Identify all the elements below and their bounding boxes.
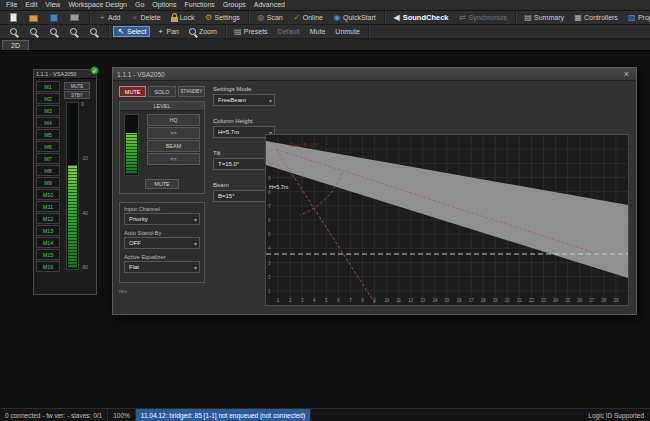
svg-text:5: 5: [268, 232, 271, 237]
properties-button[interactable]: ▧Properties: [624, 12, 650, 23]
select-tool[interactable]: ↖Select: [113, 26, 150, 37]
field-label: Auto Stand-By: [124, 230, 200, 236]
view-tab-bar: 2D: [0, 39, 650, 51]
unmute-all-button[interactable]: Unmute: [331, 26, 364, 37]
soundcheck-button[interactable]: ◀SoundCheck: [389, 12, 453, 23]
strip-standby-button[interactable]: STBY: [64, 91, 90, 99]
level-down-button[interactable]: <<: [147, 153, 200, 165]
select-dropdown[interactable]: FreeBeam: [213, 94, 275, 106]
svg-text:6: 6: [337, 298, 340, 303]
solo-button[interactable]: SOLO: [148, 86, 175, 97]
synchronize-button[interactable]: ⇄Synchronize: [455, 12, 512, 23]
channel-button[interactable]: M15: [36, 249, 60, 260]
connection-status: 0 connected - fw ver: - slaves: 0/1: [0, 409, 108, 421]
zoom-fit-tool[interactable]: [46, 26, 64, 37]
channel-button[interactable]: M16: [36, 261, 60, 272]
channel-button[interactable]: M14: [36, 237, 60, 248]
presets-button[interactable]: ▤Presets: [230, 26, 272, 37]
new-button[interactable]: [6, 12, 23, 23]
mute-solo-standby-row: MUTE SOLO STANDBY: [119, 86, 205, 97]
hq-button[interactable]: HQ: [147, 114, 200, 126]
svg-text:9: 9: [268, 176, 271, 181]
channel-button[interactable]: M6: [36, 141, 60, 152]
view-toolbar-group: ▤Summary▦Controllers▧PropertiesƒFunction…: [516, 11, 650, 24]
online-button[interactable]: ✓Online: [289, 12, 327, 23]
device-strip[interactable]: 1.1.1 - VSA2050 ✓ M1M2M3M4M5M6M7M8M9M10M…: [33, 69, 97, 295]
add-button[interactable]: +Add: [94, 12, 124, 23]
cursor-icon: ↖: [117, 27, 125, 37]
save-button[interactable]: [46, 12, 64, 23]
menu-item[interactable]: Edit: [21, 0, 41, 10]
dialog-body: MUTE SOLO STANDBY LEVEL HQ >> BEAM <<: [113, 81, 636, 314]
channel-button[interactable]: M3: [36, 105, 60, 116]
channel-button[interactable]: M1: [36, 81, 60, 92]
log-message: 11.04.12: bridged: 85 [1-1] not enqueued…: [136, 409, 311, 421]
selected-value: OFF: [129, 240, 141, 246]
channel-button[interactable]: M13: [36, 225, 60, 236]
zoom-in-tool[interactable]: [6, 26, 24, 37]
level-up-button[interactable]: >>: [147, 127, 200, 139]
svg-text:12: 12: [408, 298, 414, 303]
beam-button[interactable]: BEAM: [147, 140, 200, 152]
save-disk-icon: [50, 14, 58, 22]
controllers-button[interactable]: ▦Controllers: [570, 12, 622, 23]
device-strip-header[interactable]: 1.1.1 - VSA2050 ✓: [34, 70, 96, 79]
dialog-title: 1.1.1 - VSA2050: [117, 71, 165, 78]
channel-button[interactable]: M10: [36, 189, 60, 200]
preset-default-select[interactable]: Default: [274, 26, 304, 37]
strip-meter-wrap: 0-20-40-60: [66, 102, 88, 270]
selected-value: Priority: [129, 216, 148, 222]
speaker-icon: ◀: [393, 13, 401, 23]
print-button[interactable]: [66, 12, 85, 23]
select-dropdown[interactable]: OFF: [124, 237, 200, 249]
selected-value: Flat: [129, 264, 139, 270]
select-dropdown[interactable]: Flat: [124, 261, 200, 273]
beam-plot[interactable]: 1234567891011121314151617181920212223242…: [265, 134, 629, 306]
channel-button[interactable]: M4: [36, 117, 60, 128]
scan-icon: ◎: [257, 13, 265, 23]
channel-button[interactable]: M5: [36, 129, 60, 140]
svg-text:10: 10: [268, 161, 274, 166]
menu-item[interactable]: Functions: [180, 0, 218, 10]
tab-2d[interactable]: 2D: [2, 40, 29, 50]
channel-button[interactable]: M9: [36, 177, 60, 188]
standby-button[interactable]: STANDBY: [178, 86, 205, 97]
channel-button[interactable]: M2: [36, 93, 60, 104]
scan-button[interactable]: ◎Scan: [253, 12, 287, 23]
channel-button[interactable]: M7: [36, 153, 60, 164]
zoom-out-tool[interactable]: [26, 26, 44, 37]
channel-button[interactable]: M12: [36, 213, 60, 224]
dialog-title-bar[interactable]: 1.1.1 - VSA2050 ×: [113, 68, 636, 81]
new-document-icon: [10, 13, 17, 22]
svg-text:3: 3: [268, 261, 271, 266]
channel-list: M1M2M3M4M5M6M7M8M9M10M11M12M13M14M15M16: [36, 81, 60, 292]
lock-button[interactable]: Lock: [167, 12, 199, 23]
svg-text:24: 24: [553, 298, 559, 303]
settings-button[interactable]: ⚙Settings: [201, 12, 244, 23]
strip-mute-button[interactable]: MUTE: [64, 82, 90, 90]
open-button[interactable]: [25, 12, 44, 23]
menu-item[interactable]: Options: [148, 0, 180, 10]
zoom-tool[interactable]: Zoom: [185, 26, 221, 37]
menu-item[interactable]: View: [41, 0, 64, 10]
menu-item[interactable]: Workspace Design: [64, 0, 131, 10]
quickstart-button[interactable]: ◉QuickStart: [329, 12, 380, 23]
mute-button[interactable]: MUTE: [119, 86, 146, 97]
svg-text:2: 2: [289, 298, 292, 303]
menu-item[interactable]: Groups: [219, 0, 250, 10]
channel-button[interactable]: M8: [36, 165, 60, 176]
pan-tool[interactable]: +Pan: [152, 26, 182, 37]
menu-item[interactable]: File: [2, 0, 21, 10]
level-mute-button[interactable]: MUTE: [145, 179, 179, 189]
mute-all-button[interactable]: Mute: [306, 26, 330, 37]
svg-text:H=5.7m: H=5.7m: [269, 184, 289, 190]
summary-button[interactable]: ▤Summary: [520, 12, 568, 23]
select-dropdown[interactable]: Priority: [124, 213, 200, 225]
menu-item[interactable]: Advanced: [250, 0, 289, 10]
menu-item[interactable]: Go: [131, 0, 148, 10]
close-icon[interactable]: ×: [621, 69, 632, 80]
zoom-region-tool[interactable]: [66, 26, 84, 37]
zoom-reset-tool[interactable]: [86, 26, 104, 37]
delete-button[interactable]: ×Delete: [126, 12, 164, 23]
channel-button[interactable]: M11: [36, 201, 60, 212]
